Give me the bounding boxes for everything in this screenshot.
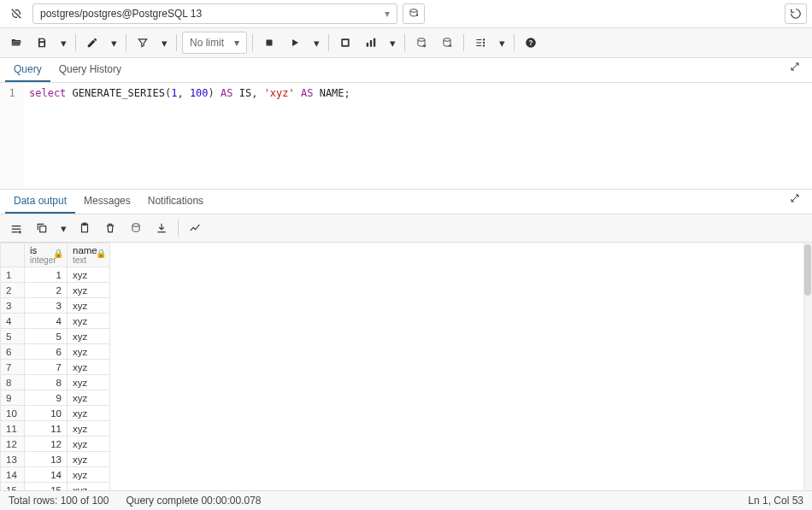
cell-is[interactable]: 14	[25, 467, 68, 483]
cell-name[interactable]: xyz	[68, 283, 110, 298]
scrollbar-thumb[interactable]	[804, 244, 811, 296]
rollback-button[interactable]	[436, 32, 458, 54]
row-number[interactable]: 3	[1, 298, 25, 314]
cell-is[interactable]: 7	[25, 360, 68, 375]
table-row[interactable]: 55xyz	[1, 329, 110, 344]
table-row[interactable]: 77xyz	[1, 360, 110, 375]
row-number[interactable]: 14	[1, 467, 25, 483]
cell-is[interactable]: 8	[25, 375, 68, 390]
save-dropdown[interactable]: ▾	[56, 32, 70, 54]
cell-is[interactable]: 11	[25, 421, 68, 437]
cell-is[interactable]: 13	[25, 452, 68, 467]
row-number[interactable]: 4	[1, 314, 25, 329]
cell-is[interactable]: 3	[25, 298, 68, 314]
filter-button[interactable]	[132, 32, 154, 54]
cell-name[interactable]: xyz	[68, 375, 110, 390]
tab-notifications[interactable]: Notifications	[139, 190, 212, 214]
cell-name[interactable]: xyz	[68, 437, 110, 452]
cell-name[interactable]: xyz	[68, 421, 110, 437]
sql-editor[interactable]: 1 select GENERATE_SERIES(1, 100) AS IS, …	[0, 83, 812, 189]
table-row[interactable]: 1313xyz	[1, 452, 110, 467]
table-row[interactable]: 66xyz	[1, 344, 110, 360]
cell-name[interactable]: xyz	[68, 267, 110, 283]
stop-button[interactable]	[258, 32, 280, 54]
column-header-name[interactable]: name text 🔒	[68, 243, 110, 267]
macros-dropdown[interactable]: ▾	[495, 32, 509, 54]
table-row[interactable]: 33xyz	[1, 298, 110, 314]
cell-is[interactable]: 5	[25, 329, 68, 344]
open-file-button[interactable]	[5, 32, 27, 54]
table-row[interactable]: 11xyz	[1, 267, 110, 283]
tab-data-output[interactable]: Data output	[5, 190, 75, 214]
table-row[interactable]: 1212xyz	[1, 437, 110, 452]
execute-button[interactable]	[284, 32, 306, 54]
edit-dropdown[interactable]: ▾	[107, 32, 121, 54]
table-row[interactable]: 1111xyz	[1, 421, 110, 437]
reset-layout-button[interactable]	[785, 3, 807, 24]
data-grid-container[interactable]: is integer 🔒 name text 🔒 11xyz22xyz33xyz…	[0, 243, 812, 490]
cell-is[interactable]: 6	[25, 344, 68, 360]
cell-name[interactable]: xyz	[68, 314, 110, 329]
cell-is[interactable]: 1	[25, 267, 68, 283]
table-row[interactable]: 22xyz	[1, 283, 110, 298]
cell-name[interactable]: xyz	[68, 360, 110, 375]
row-number[interactable]: 1	[1, 267, 25, 283]
macros-button[interactable]	[469, 32, 491, 54]
cell-name[interactable]: xyz	[68, 467, 110, 483]
execute-dropdown[interactable]: ▾	[309, 32, 323, 54]
explain-analyze-button[interactable]	[360, 32, 382, 54]
row-number[interactable]: 15	[1, 483, 25, 491]
explain-dropdown[interactable]: ▾	[385, 32, 399, 54]
row-number[interactable]: 5	[1, 329, 25, 344]
row-number[interactable]: 6	[1, 344, 25, 360]
cell-name[interactable]: xyz	[68, 390, 110, 406]
copy-button[interactable]	[31, 217, 53, 239]
tab-query-history[interactable]: Query History	[50, 58, 130, 82]
expand-output-button[interactable]	[783, 190, 807, 214]
table-row[interactable]: 99xyz	[1, 390, 110, 406]
download-button[interactable]	[150, 217, 173, 239]
tab-messages[interactable]: Messages	[75, 190, 139, 214]
tab-query[interactable]: Query	[5, 58, 50, 82]
edit-button[interactable]	[81, 32, 103, 54]
delete-button[interactable]	[99, 217, 121, 239]
limit-select[interactable]: No limit ▾	[182, 32, 247, 54]
row-number-header[interactable]	[1, 243, 25, 267]
cell-name[interactable]: xyz	[68, 298, 110, 314]
cell-name[interactable]: xyz	[68, 483, 110, 491]
cell-name[interactable]: xyz	[68, 452, 110, 467]
table-row[interactable]: 88xyz	[1, 375, 110, 390]
cell-is[interactable]: 2	[25, 283, 68, 298]
row-number[interactable]: 11	[1, 421, 25, 437]
table-row[interactable]: 1414xyz	[1, 467, 110, 483]
row-number[interactable]: 10	[1, 406, 25, 421]
add-row-button[interactable]	[5, 217, 27, 239]
commit-button[interactable]	[410, 32, 432, 54]
paste-button[interactable]	[74, 217, 96, 239]
column-header-is[interactable]: is integer 🔒	[25, 243, 68, 267]
table-row[interactable]: 44xyz	[1, 314, 110, 329]
cell-is[interactable]: 15	[25, 483, 68, 491]
vertical-scrollbar[interactable]	[803, 243, 812, 490]
cell-is[interactable]: 10	[25, 406, 68, 421]
copy-dropdown[interactable]: ▾	[56, 217, 70, 239]
cell-is[interactable]: 4	[25, 314, 68, 329]
row-number[interactable]: 7	[1, 360, 25, 375]
row-number[interactable]: 12	[1, 437, 25, 452]
filter-dropdown[interactable]: ▾	[157, 32, 171, 54]
cell-is[interactable]: 12	[25, 437, 68, 452]
help-button[interactable]: ?	[520, 32, 542, 54]
connection-select[interactable]: postgres/postgres@PostgreSQL 13 ▾	[32, 3, 397, 24]
cell-name[interactable]: xyz	[68, 344, 110, 360]
graph-visualizer-button[interactable]	[184, 217, 206, 239]
cell-name[interactable]: xyz	[68, 329, 110, 344]
row-number[interactable]: 13	[1, 452, 25, 467]
table-row[interactable]: 1010xyz	[1, 406, 110, 421]
cell-name[interactable]: xyz	[68, 406, 110, 421]
expand-editor-button[interactable]	[783, 58, 807, 82]
save-button[interactable]	[31, 32, 53, 54]
row-number[interactable]: 9	[1, 390, 25, 406]
save-data-button[interactable]	[125, 217, 147, 239]
new-connection-button[interactable]	[403, 3, 425, 24]
explain-button[interactable]	[334, 32, 356, 54]
